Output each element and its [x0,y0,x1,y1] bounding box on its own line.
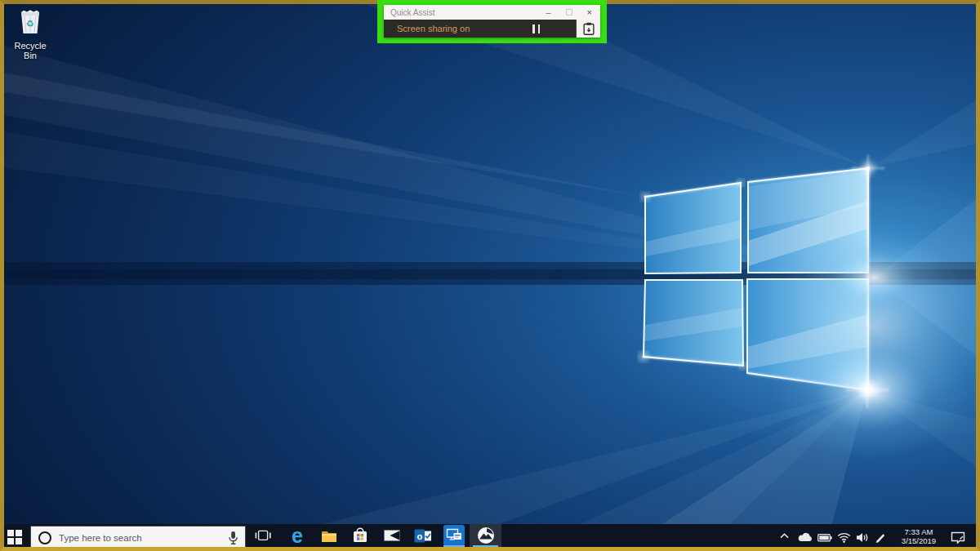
tray-chevron-icon[interactable] [780,533,789,539]
instructions-button[interactable] [576,20,600,38]
tray-date: 3/15/2019 [895,536,942,545]
wifi-icon[interactable] [837,532,851,543]
windows-desktop: ♻ Recycle Bin Quick Assist – × Screen sh… [0,0,980,551]
minimize-icon[interactable]: – [546,8,550,16]
pen-icon[interactable] [875,531,886,544]
quick-assist-icon [443,525,465,546]
quick-assist-highlight-box: Quick Assist – × Screen sharing on [377,0,607,43]
snagit-icon [477,527,495,544]
mail-icon [384,530,400,541]
quick-assist-toolbar: Screen sharing on [384,20,600,38]
start-icon [7,530,14,536]
file-explorer-icon [321,529,337,543]
maximize-icon[interactable] [566,9,572,16]
edge-icon: e [292,526,303,545]
recycle-bin-label: Recycle Bin [7,41,54,60]
quick-assist-window: Quick Assist – × Screen sharing on [384,5,600,38]
quick-assist-title: Quick Assist [384,8,546,17]
windows-hero-wallpaper [0,0,980,551]
pause-icon[interactable] [532,24,540,33]
screen-sharing-bar: Screen sharing on [384,20,576,38]
volume-icon[interactable] [856,532,869,543]
taskbar: e [0,524,980,551]
tray-time: 7:33 AM [895,527,942,536]
onedrive-icon[interactable] [797,532,813,542]
running-indicator [443,545,465,547]
store-icon [353,527,368,544]
outlook-icon: o [414,529,432,543]
taskbar-item-store[interactable] [346,524,374,547]
quick-assist-titlebar[interactable]: Quick Assist – × [384,5,600,20]
cortana-icon [38,531,51,544]
svg-text:♻: ♻ [26,19,34,29]
taskbar-item-edge[interactable]: e [283,524,311,547]
taskbar-item-quick-assist[interactable] [440,524,468,547]
microphone-icon[interactable] [228,531,238,545]
start-button[interactable] [7,530,22,544]
close-icon[interactable]: × [587,8,592,16]
window-controls: – × [546,8,600,16]
recycle-bin[interactable]: ♻ Recycle Bin [7,7,54,60]
taskbar-item-mail[interactable] [378,524,406,547]
task-view-icon [254,529,272,542]
search-input[interactable] [51,533,228,543]
tray-clock[interactable]: 7:33 AM 3/15/2019 [895,527,942,545]
screen-sharing-status: Screen sharing on [384,24,532,33]
svg-text:o: o [416,531,422,540]
recycle-bin-icon: ♻ [16,7,44,36]
taskbar-item-snagit-active[interactable] [470,524,501,547]
taskbar-item-file-explorer[interactable] [315,524,343,547]
search-box[interactable] [30,526,246,549]
task-view-button[interactable] [250,524,276,547]
instructions-clipboard-icon [583,22,595,35]
running-indicator [473,545,498,547]
action-center-icon[interactable] [951,531,965,544]
taskbar-item-outlook[interactable]: o [408,524,438,547]
battery-icon[interactable] [817,534,832,542]
